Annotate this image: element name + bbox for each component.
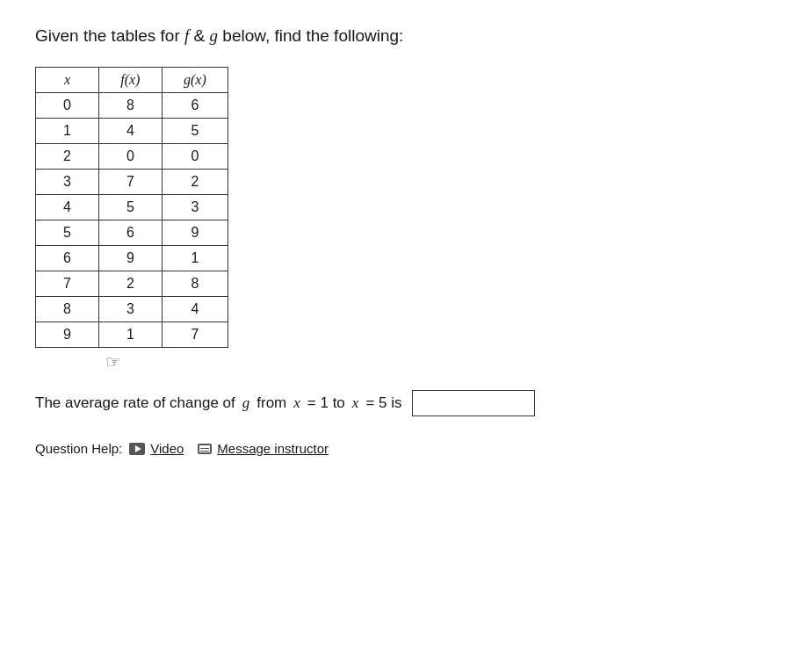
cell-fx: 6 — [98, 220, 162, 246]
cell-fx: 9 — [98, 246, 162, 271]
table-row: 917 — [36, 322, 228, 348]
cell-gx: 9 — [162, 220, 228, 246]
data-table: x f(x) g(x) 0861452003724535696917288349… — [35, 67, 228, 348]
cell-gx: 2 — [162, 170, 228, 195]
page-title: Given the tables for f & g below, find t… — [35, 26, 774, 46]
cell-x: 6 — [36, 246, 99, 271]
table-row: 372 — [36, 170, 228, 195]
cell-x: 7 — [36, 271, 99, 297]
cell-x: 3 — [36, 170, 99, 195]
video-icon — [129, 443, 145, 455]
question-text: The average rate of change of g from x =… — [35, 390, 774, 416]
cell-x: 8 — [36, 297, 99, 322]
question-part2: from — [256, 394, 286, 412]
cell-fx: 0 — [98, 144, 162, 170]
table-row: 728 — [36, 271, 228, 297]
cell-gx: 0 — [162, 144, 228, 170]
cell-fx: 5 — [98, 195, 162, 220]
table-row: 145 — [36, 119, 228, 144]
cell-gx: 8 — [162, 271, 228, 297]
table-row: 691 — [36, 246, 228, 271]
cell-x: 4 — [36, 195, 99, 220]
message-icon — [198, 444, 212, 454]
message-label: Message instructor — [217, 441, 329, 456]
cell-gx: 7 — [162, 322, 228, 348]
cell-gx: 1 — [162, 246, 228, 271]
question-eq2: = 5 is — [365, 394, 401, 412]
video-link[interactable]: Video — [129, 441, 184, 456]
cell-x: 5 — [36, 220, 99, 246]
title-rest: below, find the following: — [218, 26, 403, 45]
question-g: g — [242, 394, 250, 412]
cell-x: 9 — [36, 322, 99, 348]
cell-x: 0 — [36, 93, 99, 119]
cell-fx: 7 — [98, 170, 162, 195]
table-row: 200 — [36, 144, 228, 170]
title-text: Given the tables for — [35, 26, 184, 45]
cell-gx: 4 — [162, 297, 228, 322]
cursor-icon: ☞ — [105, 351, 774, 372]
question-x1: x — [293, 394, 300, 412]
cell-gx: 5 — [162, 119, 228, 144]
cell-fx: 1 — [98, 322, 162, 348]
answer-input[interactable] — [412, 390, 535, 416]
col-header-x: x — [36, 68, 99, 93]
table-row: 086 — [36, 93, 228, 119]
title-g: g — [210, 26, 219, 45]
cell-gx: 3 — [162, 195, 228, 220]
title-and: & — [189, 26, 209, 45]
table-row: 453 — [36, 195, 228, 220]
message-instructor-link[interactable]: Message instructor — [198, 441, 329, 456]
col-header-gx: g(x) — [162, 68, 228, 93]
video-label: Video — [150, 441, 184, 456]
question-eq1: = 1 to — [307, 394, 345, 412]
help-label: Question Help: — [35, 441, 122, 456]
table-container: x f(x) g(x) 0861452003724535696917288349… — [35, 67, 774, 372]
col-header-fx: f(x) — [98, 68, 162, 93]
table-row: 834 — [36, 297, 228, 322]
question-help: Question Help: Video Message instructor — [35, 441, 774, 456]
table-row: 569 — [36, 220, 228, 246]
cell-x: 2 — [36, 144, 99, 170]
cell-x: 1 — [36, 119, 99, 144]
question-part1: The average rate of change of — [35, 394, 235, 412]
cell-fx: 8 — [98, 93, 162, 119]
cell-fx: 4 — [98, 119, 162, 144]
cell-fx: 3 — [98, 297, 162, 322]
cell-gx: 6 — [162, 93, 228, 119]
cell-fx: 2 — [98, 271, 162, 297]
page-container: Given the tables for f & g below, find t… — [35, 26, 774, 456]
question-x2: x — [352, 394, 359, 412]
